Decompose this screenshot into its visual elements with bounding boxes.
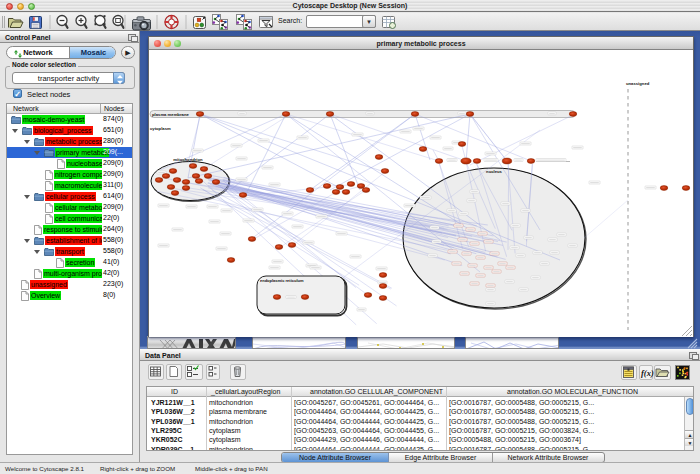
svg-text:endoplasmic reticulum: endoplasmic reticulum: [260, 278, 304, 283]
svg-text:mitochondrion: mitochondrion: [173, 157, 203, 162]
svg-text:plasma membrane: plasma membrane: [152, 112, 189, 117]
svg-text:f(x): f(x): [641, 368, 654, 378]
svg-text:cytoplasm: cytoplasm: [150, 126, 171, 131]
svg-text:unassigned: unassigned: [626, 81, 650, 86]
svg-text:nucleus: nucleus: [486, 169, 502, 174]
